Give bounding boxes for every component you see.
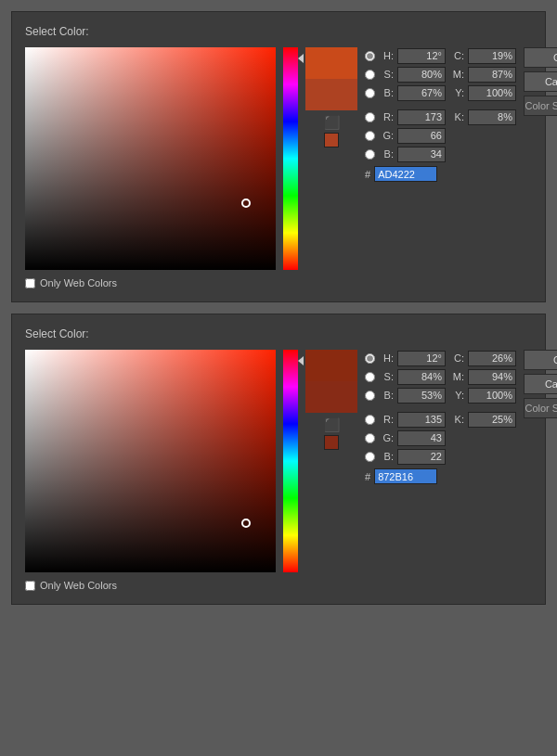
m-input-1[interactable]	[468, 67, 516, 83]
b2-input-2[interactable]	[397, 449, 446, 465]
brightness-gradient-2	[25, 350, 276, 572]
b-radio-1[interactable]	[365, 88, 375, 98]
color-new-2	[305, 350, 357, 381]
cube-icon-1[interactable]: ⬛	[324, 115, 340, 130]
s-input-2[interactable]	[397, 369, 446, 385]
r-row-1: R: K:	[365, 109, 516, 125]
color-old-2	[305, 381, 357, 413]
s-label-2: S:	[379, 371, 394, 382]
picker-canvas-2[interactable]	[25, 350, 276, 572]
web-colors-checkbox-1[interactable]	[25, 278, 35, 288]
hue-slider-1[interactable]	[283, 47, 298, 270]
m-input-2[interactable]	[468, 369, 516, 385]
s-row-1: S: M:	[365, 66, 516, 83]
b2-input-1[interactable]	[397, 147, 446, 162]
y-input-1[interactable]	[468, 85, 516, 101]
b-input-1[interactable]	[397, 85, 446, 101]
b2-row-1: B:	[365, 146, 516, 162]
hash-1: #	[365, 169, 370, 180]
hex-input-1[interactable]	[374, 166, 437, 182]
h-label-1: H:	[379, 50, 394, 61]
ok-button-2[interactable]: OK	[524, 350, 557, 370]
b-label-1: B:	[379, 87, 394, 98]
hex-input-2[interactable]	[374, 468, 437, 484]
s-radio-1[interactable]	[365, 70, 375, 80]
y-input-2[interactable]	[468, 388, 516, 404]
cube-icon-2[interactable]: ⬛	[324, 417, 340, 432]
dialog-1-title: Select Color:	[25, 25, 532, 38]
b2-label-2: B:	[379, 451, 394, 462]
r-radio-1[interactable]	[365, 112, 375, 122]
color-dialog-1: Select Color: ⬛	[11, 11, 546, 302]
swatch-small-1	[324, 133, 339, 147]
brightness-gradient-1	[25, 47, 276, 270]
color-preview-section-1: ⬛	[305, 47, 357, 147]
r-input-2[interactable]	[397, 412, 446, 428]
b-radio-2[interactable]	[365, 391, 375, 401]
c-input-1[interactable]	[468, 48, 516, 64]
h-input-1[interactable]	[397, 48, 446, 64]
color-old-1	[305, 79, 357, 110]
k-input-1[interactable]	[468, 109, 516, 125]
swatch-small-2	[324, 435, 339, 450]
k-label-2: K:	[449, 414, 464, 425]
color-preview-box-2	[305, 350, 357, 413]
cancel-button-1[interactable]: Cancel	[524, 71, 557, 92]
b-row-2: B: Y:	[365, 387, 516, 404]
g-label-2: G:	[379, 432, 394, 443]
h-label-2: H:	[379, 352, 394, 364]
color-preview-box-1	[305, 47, 357, 110]
g-input-1[interactable]	[397, 128, 446, 144]
s-row-2: S: M:	[365, 368, 516, 385]
hue-arrow-1	[298, 54, 304, 63]
y-label-1: Y:	[449, 87, 464, 98]
h-row-1: H: C:	[365, 47, 516, 64]
b-input-2[interactable]	[397, 388, 446, 404]
h-radio-2[interactable]	[365, 353, 375, 364]
b2-row-2: B:	[365, 448, 516, 465]
buttons-section-2: OK Cancel Color Swatches	[524, 350, 557, 418]
swatches-button-1[interactable]: Color Swatches	[524, 96, 557, 116]
b2-radio-2[interactable]	[365, 452, 375, 462]
s-input-1[interactable]	[397, 67, 446, 83]
m-label-2: M:	[449, 371, 464, 382]
h-radio-1[interactable]	[365, 51, 375, 61]
swatches-button-2[interactable]: Color Swatches	[524, 398, 557, 418]
s-label-1: S:	[379, 69, 394, 80]
s-radio-2[interactable]	[365, 372, 375, 382]
web-colors-checkbox-2[interactable]	[25, 581, 35, 591]
g-radio-1[interactable]	[365, 131, 375, 141]
c-input-2[interactable]	[468, 351, 516, 366]
g-row-2: G:	[365, 429, 516, 446]
hex-row-2: #	[365, 468, 516, 484]
c-label-2: C:	[449, 352, 464, 364]
web-colors-section-2: Only Web Colors	[25, 580, 532, 591]
color-picker-2[interactable]	[25, 350, 276, 572]
hue-arrow-2	[298, 356, 304, 365]
b2-radio-1[interactable]	[365, 149, 375, 160]
g-radio-2[interactable]	[365, 433, 375, 443]
h-row-2: H: C:	[365, 350, 516, 366]
color-new-1	[305, 47, 357, 79]
b-row-1: B: Y:	[365, 84, 516, 101]
r-row-2: R: K:	[365, 411, 516, 428]
r-label-1: R:	[379, 111, 394, 122]
k-input-2[interactable]	[468, 412, 516, 428]
buttons-section-1: OK Cancel Color Swatches	[524, 47, 557, 116]
ok-button-1[interactable]: OK	[524, 47, 557, 68]
m-label-1: M:	[449, 69, 464, 80]
picker-canvas-1[interactable]	[25, 47, 276, 270]
web-colors-label-1: Only Web Colors	[40, 277, 117, 288]
web-colors-section-1: Only Web Colors	[25, 277, 532, 288]
hex-row-1: #	[365, 166, 516, 182]
g-input-2[interactable]	[397, 430, 446, 446]
cancel-button-2[interactable]: Cancel	[524, 374, 557, 394]
r-input-1[interactable]	[397, 109, 446, 125]
h-input-2[interactable]	[397, 351, 446, 366]
r-radio-2[interactable]	[365, 415, 375, 425]
color-preview-section-2: ⬛	[305, 350, 357, 450]
dialog-2-title: Select Color:	[25, 327, 532, 340]
color-picker-1[interactable]	[25, 47, 276, 270]
hue-slider-2[interactable]	[283, 350, 298, 572]
r-label-2: R:	[379, 414, 394, 425]
